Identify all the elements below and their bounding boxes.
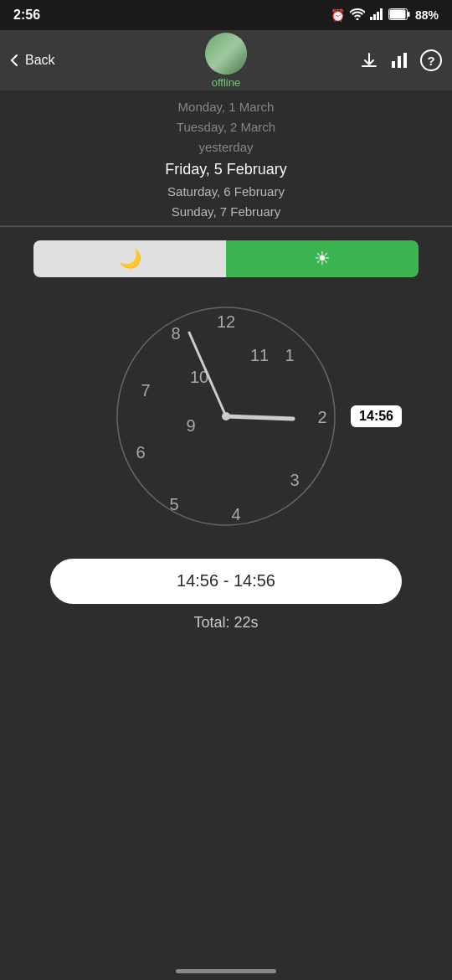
profile-center: offline (205, 33, 247, 89)
svg-text:11: 11 (250, 346, 269, 364)
svg-rect-2 (377, 12, 379, 20)
total-label: Total: 22s (0, 614, 452, 632)
date-scroll: Monday, 1 March Tuesday, 2 March yesterd… (0, 90, 452, 226)
date-item-sunday[interactable]: Sunday, 7 February (0, 202, 452, 222)
hour-hand (226, 416, 293, 419)
back-button[interactable]: Back (10, 53, 55, 68)
sun-icon: ☀ (314, 248, 331, 270)
moon-icon: 🌙 (119, 248, 141, 270)
wifi-icon (350, 8, 365, 23)
toggle-row: 🌙 ☀ (33, 240, 419, 277)
alarm-icon: ⏰ (331, 8, 345, 22)
night-toggle[interactable]: 🌙 (33, 240, 226, 277)
svg-text:7: 7 (141, 381, 150, 400)
back-label: Back (25, 53, 55, 68)
date-item-monday[interactable]: Monday, 1 March (0, 97, 452, 117)
svg-text:1: 1 (285, 346, 294, 364)
svg-rect-9 (403, 53, 407, 68)
svg-text:6: 6 (136, 443, 145, 462)
clock-center (222, 412, 230, 420)
status-icons: ⏰ 88% (331, 8, 439, 23)
home-indicator (176, 969, 276, 973)
svg-text:4: 4 (231, 505, 240, 524)
clock-face: 12 1 2 3 4 5 6 7 8 9 10 11 (100, 291, 352, 542)
date-item-friday[interactable]: Friday, 5 February (0, 157, 452, 182)
svg-rect-1 (373, 14, 376, 20)
download-icon[interactable] (360, 51, 378, 70)
day-toggle[interactable]: ☀ (226, 240, 419, 277)
time-range-text: 14:56 - 14:56 (177, 571, 275, 591)
time-range-bar[interactable]: 14:56 - 14:56 (50, 559, 402, 604)
svg-text:12: 12 (217, 312, 235, 331)
date-item-yesterday[interactable]: yesterday (0, 137, 452, 157)
svg-rect-3 (380, 8, 383, 20)
svg-rect-6 (389, 9, 405, 18)
chart-icon[interactable] (390, 51, 408, 70)
offline-label: offline (212, 76, 240, 89)
nav-right-icons: ? (360, 49, 442, 71)
date-item-tuesday[interactable]: Tuesday, 2 March (0, 117, 452, 137)
svg-rect-5 (408, 12, 410, 17)
svg-rect-8 (398, 56, 401, 68)
top-nav: Back offline ? (0, 30, 452, 90)
svg-text:9: 9 (186, 416, 195, 435)
battery-percent: 88% (415, 8, 439, 22)
status-bar: 2:56 ⏰ 88% (0, 0, 452, 30)
avatar (205, 33, 247, 75)
clock-container: 12 1 2 3 4 5 6 7 8 9 10 11 14:56 (0, 291, 452, 542)
date-item-saturday[interactable]: Saturday, 6 February (0, 182, 452, 202)
help-icon[interactable]: ? (420, 49, 442, 71)
svg-text:8: 8 (171, 324, 180, 343)
status-time: 2:56 (13, 8, 40, 23)
svg-rect-0 (370, 17, 372, 20)
signal-icon (370, 8, 383, 23)
time-badge: 14:56 (351, 405, 402, 427)
battery-icon (388, 8, 410, 23)
separator (0, 226, 452, 227)
svg-text:2: 2 (317, 408, 326, 426)
svg-text:5: 5 (169, 495, 178, 513)
svg-text:3: 3 (290, 471, 299, 489)
svg-rect-7 (392, 61, 395, 68)
